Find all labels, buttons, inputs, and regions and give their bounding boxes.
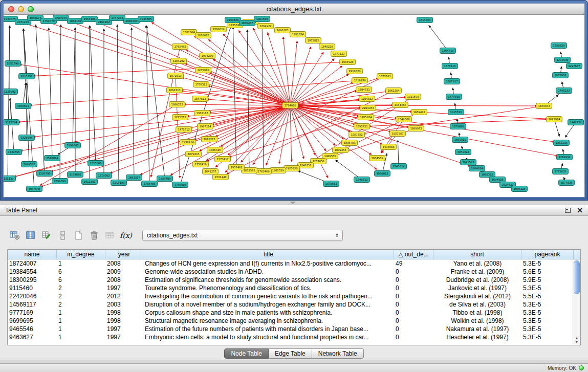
graph-node[interactable]: 1694926 <box>490 177 506 183</box>
graph-node[interactable]: 1089972 <box>408 126 424 132</box>
table-cell[interactable]: 5.6E-5 <box>521 268 574 276</box>
table-cell[interactable]: 0 <box>394 325 433 333</box>
graph-node[interactable]: 2260619 <box>211 27 227 32</box>
graph-edge[interactable] <box>49 28 52 158</box>
show-hide-columns-button[interactable] <box>24 229 37 242</box>
network-window-titlebar[interactable]: citations_edges.txt <box>4 4 584 15</box>
table-cell[interactable]: 1997 <box>105 333 143 341</box>
graph-edge[interactable] <box>290 66 342 105</box>
graph-node[interactable]: 1785034 <box>358 115 374 120</box>
table-cell[interactable]: 0 <box>394 268 433 276</box>
graph-edge[interactable] <box>290 97 406 105</box>
table-cell[interactable]: 1 <box>57 333 105 341</box>
tab-network-table[interactable]: Network Table <box>312 348 364 359</box>
table-row[interactable]: 2242004622012Investigating the contribut… <box>8 292 580 300</box>
graph-node[interactable]: 1679020 <box>450 124 466 129</box>
graph-edge[interactable] <box>290 105 304 159</box>
graph-node[interactable]: 1959609 <box>157 176 173 182</box>
network-window[interactable]: citations_edges.txt 17240161581604176548… <box>0 0 588 201</box>
graph-node[interactable]: 1275810 <box>195 68 211 73</box>
graph-node[interactable]: 1321670 <box>405 94 421 100</box>
graph-node[interactable]: 1925058 <box>284 166 300 171</box>
graph-edge[interactable] <box>228 105 290 155</box>
scrollbar-thumb[interactable] <box>574 260 580 294</box>
graph-node[interactable]: 2015191 <box>19 74 35 79</box>
graph-node[interactable]: 1616230 <box>352 78 368 83</box>
table-cell[interactable]: Structural magnetic resonance image aver… <box>143 317 394 325</box>
tab-node-table[interactable]: Node Table <box>224 348 269 359</box>
graph-edge[interactable] <box>223 34 290 105</box>
graph-edge[interactable] <box>146 26 149 184</box>
graph-node[interactable]: 2216829 <box>347 69 363 74</box>
graph-node[interactable]: 1660113 <box>167 87 183 93</box>
table-cell[interactable]: Jankovic et al. (1997) <box>433 284 521 292</box>
table-cell[interactable]: 9115460 <box>8 284 57 292</box>
table-cell[interactable]: 9465546 <box>8 325 57 333</box>
graph-node[interactable]: 1934569 <box>369 156 385 161</box>
table-cell[interactable]: 5.9E-5 <box>521 276 574 284</box>
table-cell[interactable]: 2 <box>57 300 105 309</box>
table-cell[interactable]: 0 <box>394 309 433 317</box>
graph-node[interactable]: 1891921 <box>452 137 468 143</box>
close-panel-icon[interactable]: ✕ <box>577 207 583 214</box>
table-row[interactable]: 946554611997Estimation of the future num… <box>8 325 580 333</box>
graph-node[interactable]: 1895753 <box>342 140 358 146</box>
graph-node[interactable]: 1663307 <box>126 175 142 181</box>
graph-node[interactable]: 1957462 <box>229 165 245 170</box>
scroll-down-icon[interactable]: ▼ <box>573 340 580 344</box>
table-cell[interactable]: 2008 <box>105 259 143 268</box>
table-row[interactable]: 946362711997Embryonic stem cells: a mode… <box>8 333 580 341</box>
graph-node[interactable]: 1920695 <box>19 135 35 141</box>
graph-node[interactable]: 1584928 <box>340 59 356 65</box>
table-cell[interactable]: Tourette syndrome. Phenomenology and cla… <box>143 284 394 292</box>
table-row[interactable]: 1456911722003Disruption of a novel membe… <box>8 300 580 309</box>
graph-edge[interactable] <box>268 32 290 105</box>
graph-node[interactable]: 1987540 <box>27 186 42 192</box>
table-cell[interactable]: 0 <box>394 284 433 292</box>
graph-node[interactable]: 1901559 <box>270 168 286 173</box>
graph-node[interactable]: 1472512 <box>176 127 192 133</box>
network-view[interactable]: 1724016158160417654821184202157251316601… <box>4 15 584 197</box>
table-cell[interactable]: Genome-wide association studies in ADHD. <box>143 268 394 276</box>
table-row[interactable]: 1938455462009Genome-wide association stu… <box>8 268 580 276</box>
table-cell[interactable]: 2009 <box>105 268 143 276</box>
table-cell[interactable]: Yano et al. (2008) <box>433 259 521 268</box>
table-cell[interactable]: Franke et al. (2009) <box>433 268 521 276</box>
graph-node[interactable]: 1724016 <box>282 103 298 108</box>
graph-node[interactable]: 1679116 <box>442 63 458 69</box>
graph-node[interactable]: 1765482 <box>172 44 188 50</box>
graph-node[interactable]: 1023974 <box>547 117 562 122</box>
graph-node[interactable]: 1864180 <box>68 18 83 24</box>
graph-node[interactable]: 1936685 <box>138 16 154 22</box>
graph-node[interactable]: 1984624 <box>469 166 485 171</box>
table-cell[interactable]: 6 <box>57 276 105 284</box>
graph-node[interactable]: 1230992 <box>4 89 17 95</box>
graph-edge[interactable] <box>23 83 26 106</box>
table-cell[interactable]: 22420046 <box>8 292 57 300</box>
graph-node[interactable]: 1953181 <box>82 16 98 22</box>
table-cell[interactable]: Stergiakouli et al. (2012) <box>433 292 521 300</box>
graph-node[interactable]: 1757283 <box>110 15 125 21</box>
table-cell[interactable]: 5.3E-5 <box>521 309 574 317</box>
graph-node[interactable]: 1818018 <box>195 33 211 38</box>
row-height-button[interactable] <box>56 229 69 242</box>
graph-node[interactable]: 1661264 <box>386 88 402 94</box>
graph-node[interactable]: 1763460 <box>256 169 272 174</box>
table-cell[interactable]: 5.3E-5 <box>521 333 574 341</box>
graph-node[interactable]: 1934209 <box>200 53 215 59</box>
table-cell[interactable]: 0 <box>394 292 433 300</box>
table-row[interactable]: 1830029562008Estimation of significance … <box>8 276 580 284</box>
table-cell[interactable]: 1 <box>57 317 105 325</box>
graph-node[interactable]: 1204832 <box>359 96 375 102</box>
graph-node[interactable]: 2563079 <box>53 15 69 21</box>
table-cell[interactable]: Hescheler et al. (1997) <box>433 333 521 341</box>
table-cell[interactable]: Dudbridge et al. (2008) <box>433 276 521 284</box>
graph-node[interactable]: 2051790 <box>5 61 21 67</box>
graph-node[interactable]: 1479918 <box>446 94 462 100</box>
graph-edge[interactable] <box>132 28 134 178</box>
graph-node[interactable]: 1865931 <box>553 73 569 78</box>
table-cell[interactable]: 1 <box>57 259 105 268</box>
table-cell[interactable]: 19384554 <box>8 268 57 276</box>
table-cell[interactable]: Changes of HCN gene expression and I(f) … <box>143 259 394 268</box>
column-header-short[interactable]: short <box>433 250 521 259</box>
